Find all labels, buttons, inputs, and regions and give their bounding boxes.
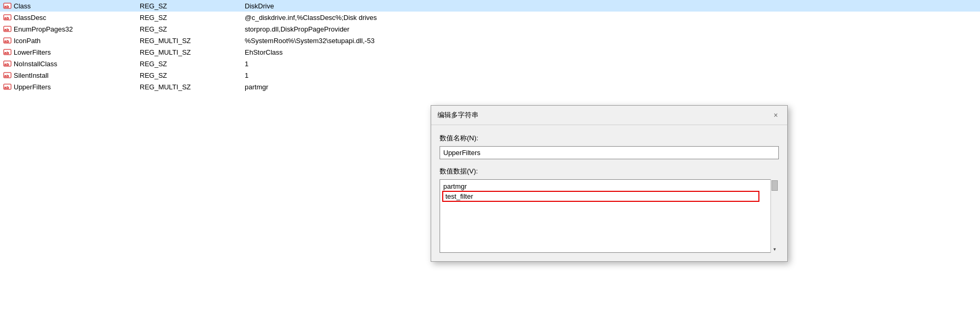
edit-multistring-dialog: 编辑多字符串 × 数值名称(N): 数值数据(V): partmgr test_… (431, 105, 788, 262)
reg-string-icon: ab (3, 83, 12, 91)
data-textarea-container: partmgr test_filter ▲ ▼ (440, 179, 779, 253)
svg-text:ab: ab (4, 74, 9, 78)
row-type: REG_SZ (137, 0, 242, 12)
row-value: DiskDrive (242, 0, 980, 12)
svg-text:ab: ab (4, 50, 9, 55)
row-type: REG_MULTI_SZ (137, 35, 242, 46)
svg-text:ab: ab (4, 85, 9, 90)
reg-string-icon: ab (3, 71, 12, 79)
reg-string-icon: ab (3, 13, 12, 22)
scrollbar-track: ▲ ▼ (770, 179, 779, 253)
row-name: Class (14, 2, 31, 10)
data-line1: partmgr (443, 182, 769, 191)
data-line2: test_filter (445, 192, 473, 200)
table-row[interactable]: ab IconPath REG_MULTI_SZ %SystemRoot%\Sy… (0, 35, 980, 46)
reg-string-icon: ab (3, 59, 12, 68)
table-row[interactable]: ab Class REG_SZ DiskDrive (0, 0, 980, 12)
reg-string-icon: ab (3, 48, 12, 56)
row-name: LowerFilters (14, 48, 51, 56)
row-name: IconPath (14, 37, 40, 45)
table-row[interactable]: ab ClassDesc REG_SZ @c_diskdrive.inf,%Cl… (0, 12, 980, 23)
row-name: NoInstallClass (14, 60, 57, 68)
dialog-titlebar: 编辑多字符串 × (431, 106, 787, 125)
table-row[interactable]: ab LowerFilters REG_MULTI_SZ EhStorClass (0, 46, 980, 58)
row-value: storprop.dll,DiskPropPageProvider (242, 23, 980, 35)
registry-table: ab Class REG_SZ DiskDrive ab Cl (0, 0, 980, 93)
data-field-label: 数值数据(V): (440, 167, 779, 176)
row-value: 1 (242, 69, 980, 81)
name-field-input[interactable] (440, 146, 779, 159)
table-row[interactable]: ab EnumPropPages32 REG_SZ storprop.dll,D… (0, 23, 980, 35)
row-name: UpperFilters (14, 83, 51, 91)
row-type: REG_MULTI_SZ (137, 46, 242, 58)
dialog-title: 编辑多字符串 (437, 110, 478, 120)
row-type: REG_SZ (137, 23, 242, 35)
row-type: REG_MULTI_SZ (137, 81, 242, 93)
scrollbar-down-arrow[interactable]: ▼ (771, 245, 778, 253)
row-value: %SystemRoot%\System32\setupapi.dll,-53 (242, 35, 980, 46)
table-row[interactable]: ab UpperFilters REG_MULTI_SZ partmgr (0, 81, 980, 93)
row-type: REG_SZ (137, 58, 242, 69)
svg-text:ab: ab (4, 4, 9, 9)
row-type: REG_SZ (137, 12, 242, 23)
svg-text:ab: ab (4, 39, 9, 44)
svg-text:ab: ab (4, 27, 9, 32)
row-value: 1 (242, 58, 980, 69)
table-row[interactable]: ab SilentInstall REG_SZ 1 (0, 69, 980, 81)
row-name: EnumPropPages32 (14, 25, 73, 33)
reg-string-icon: ab (3, 36, 12, 45)
row-value: EhStorClass (242, 46, 980, 58)
data-line2-highlighted: test_filter (442, 191, 759, 202)
svg-text:ab: ab (4, 62, 9, 67)
svg-text:ab: ab (4, 16, 9, 20)
scrollbar-thumb[interactable] (772, 180, 778, 191)
reg-string-icon: ab (3, 2, 12, 10)
dialog-close-button[interactable]: × (770, 110, 781, 120)
table-row[interactable]: ab NoInstallClass REG_SZ 1 (0, 58, 980, 69)
row-value: @c_diskdrive.inf,%ClassDesc%;Disk drives (242, 12, 980, 23)
name-field-label: 数值名称(N): (440, 134, 779, 143)
reg-string-icon: ab (3, 25, 12, 33)
data-textarea[interactable]: partmgr test_filter (440, 179, 779, 253)
row-name: ClassDesc (14, 14, 46, 22)
row-name: SilentInstall (14, 71, 48, 79)
row-type: REG_SZ (137, 69, 242, 81)
row-value: partmgr (242, 81, 980, 93)
dialog-body: 数值名称(N): 数值数据(V): partmgr test_filter ▲ (431, 125, 787, 261)
